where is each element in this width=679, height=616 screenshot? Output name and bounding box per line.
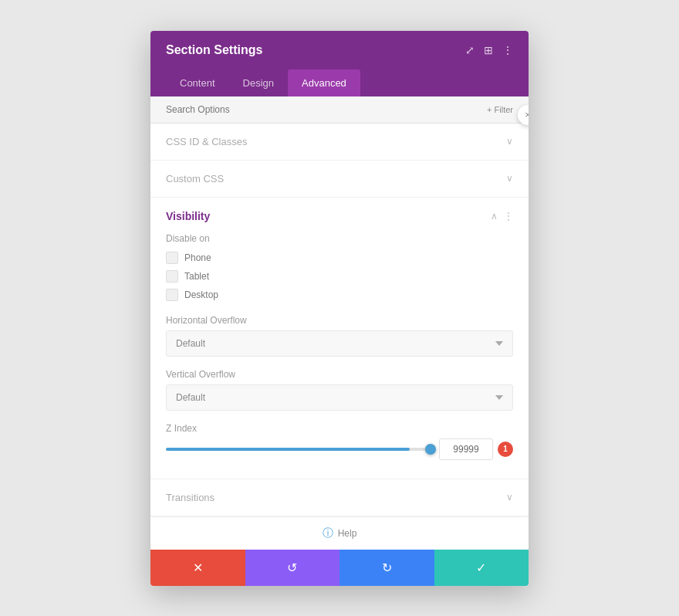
visibility-header: Visibility ∧ ⋮ bbox=[166, 210, 513, 222]
disable-on-label: Disable on bbox=[166, 233, 513, 244]
vertical-overflow-select[interactable]: Default Visible Hidden Scroll Auto bbox=[166, 384, 513, 411]
visibility-section: Visibility ∧ ⋮ Disable on Phone Tablet D… bbox=[150, 198, 529, 479]
tab-advanced[interactable]: Advanced bbox=[288, 69, 360, 96]
expand-icon[interactable]: ⤢ bbox=[465, 44, 475, 56]
help-text[interactable]: Help bbox=[338, 528, 357, 539]
reset-button[interactable]: ↺ bbox=[245, 550, 340, 586]
z-index-label: Z Index bbox=[166, 423, 513, 434]
z-index-row: 1 bbox=[166, 438, 513, 460]
z-index-slider-track[interactable] bbox=[166, 448, 431, 451]
checkbox-phone[interactable] bbox=[166, 252, 178, 264]
tab-design[interactable]: Design bbox=[229, 69, 288, 96]
redo-button[interactable]: ↻ bbox=[340, 550, 434, 586]
z-index-input-wrap: 1 bbox=[439, 438, 513, 460]
checkbox-tablet[interactable] bbox=[166, 270, 178, 283]
header-icons: ⤢ ⊞ ⋮ bbox=[465, 44, 513, 56]
transitions-row[interactable]: Transitions ∨ bbox=[150, 479, 529, 516]
css-id-chevron-icon: ∨ bbox=[506, 136, 513, 147]
horizontal-overflow-label: Horizontal Overflow bbox=[166, 315, 513, 326]
checkbox-tablet-item: Tablet bbox=[166, 270, 513, 283]
transitions-chevron-icon: ∨ bbox=[506, 492, 513, 503]
cancel-button[interactable]: ✕ bbox=[150, 550, 245, 586]
checkbox-desktop-item: Desktop bbox=[166, 289, 513, 301]
css-id-classes-label: CSS ID & Classes bbox=[166, 136, 247, 147]
search-bar: + Filter bbox=[150, 96, 529, 124]
custom-css-row[interactable]: Custom CSS ∨ bbox=[150, 161, 529, 198]
custom-css-chevron-icon: ∨ bbox=[506, 173, 513, 184]
vertical-overflow-label: Vertical Overflow bbox=[166, 369, 513, 380]
transitions-label: Transitions bbox=[166, 492, 215, 503]
tab-content[interactable]: Content bbox=[166, 69, 229, 96]
tabs-bar: Content Design Advanced bbox=[150, 69, 529, 96]
help-circle-icon: ⓘ bbox=[323, 526, 333, 540]
save-button[interactable]: ✓ bbox=[434, 550, 529, 586]
filter-button[interactable]: + Filter bbox=[487, 105, 513, 114]
panel-title: Section Settings bbox=[166, 43, 262, 57]
z-index-section: Z Index 1 bbox=[166, 423, 513, 460]
checkbox-desktop-label: Desktop bbox=[184, 289, 218, 300]
visibility-chevron-up-icon[interactable]: ∧ bbox=[491, 211, 498, 222]
panel-header: Section Settings ⤢ ⊞ ⋮ bbox=[150, 31, 529, 69]
section-settings-panel: Section Settings ⤢ ⊞ ⋮ Content Design Ad… bbox=[150, 31, 529, 586]
search-input[interactable] bbox=[166, 104, 487, 115]
vertical-overflow-group: Vertical Overflow Default Visible Hidden… bbox=[166, 369, 513, 411]
columns-icon[interactable]: ⊞ bbox=[484, 44, 493, 56]
z-index-slider-fill bbox=[166, 448, 410, 451]
visibility-controls: ∧ ⋮ bbox=[491, 211, 513, 222]
help-bar: ⓘ Help bbox=[150, 516, 529, 550]
z-index-badge: 1 bbox=[498, 442, 513, 457]
checkbox-group: Phone Tablet Desktop bbox=[166, 252, 513, 301]
visibility-more-icon[interactable]: ⋮ bbox=[504, 211, 513, 222]
z-index-slider-thumb[interactable] bbox=[425, 444, 436, 455]
custom-css-label: Custom CSS bbox=[166, 173, 224, 184]
footer-buttons: ✕ ↺ ↻ ✓ bbox=[150, 550, 529, 586]
horizontal-overflow-group: Horizontal Overflow Default Visible Hidd… bbox=[166, 315, 513, 357]
horizontal-overflow-select[interactable]: Default Visible Hidden Scroll Auto bbox=[166, 330, 513, 357]
checkbox-phone-item: Phone bbox=[166, 252, 513, 264]
more-icon[interactable]: ⋮ bbox=[502, 44, 513, 56]
checkbox-desktop[interactable] bbox=[166, 289, 178, 301]
z-index-input[interactable] bbox=[439, 438, 493, 460]
checkbox-phone-label: Phone bbox=[184, 252, 211, 263]
visibility-title: Visibility bbox=[166, 210, 210, 222]
checkbox-tablet-label: Tablet bbox=[184, 271, 209, 282]
css-id-classes-row[interactable]: CSS ID & Classes ∨ bbox=[150, 124, 529, 161]
